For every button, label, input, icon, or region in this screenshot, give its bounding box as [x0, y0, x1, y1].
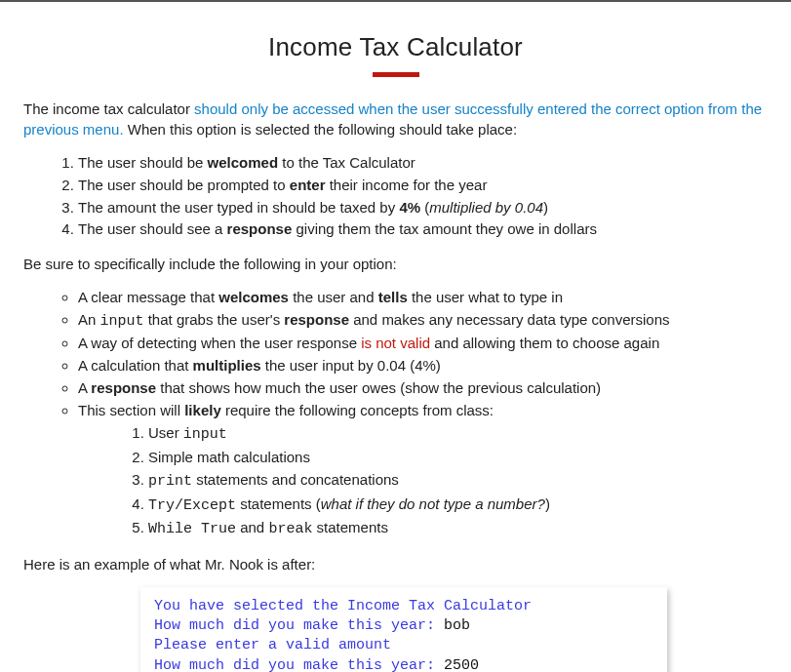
req-6: This section will likely require the fol… [78, 400, 768, 541]
req-3: A way of detecting when the user respons… [78, 333, 768, 354]
concept-5: While True and break statements [148, 517, 768, 540]
example-line-4a: How much did you make this year: [154, 657, 444, 672]
example-output: You have selected the Income Tax Calcula… [140, 587, 667, 672]
req-1: A clear message that welcomes the user a… [78, 287, 768, 308]
step-2: The user should be prompted to enter the… [78, 175, 768, 196]
example-user-input-1: bob [444, 617, 470, 634]
example-line-2a: How much did you make this year: [154, 617, 444, 634]
document-page: Income Tax Calculator The income tax cal… [0, 2, 791, 672]
example-line-3: Please enter a valid amount [154, 637, 391, 653]
step-4: The user should see a response giving th… [78, 218, 768, 240]
example-label: Here is an example of what Mr. Nook is a… [23, 554, 768, 575]
step-3: The amount the user typed in should be t… [78, 197, 768, 218]
requirements-list: A clear message that welcomes the user a… [23, 287, 768, 540]
intro-after: When this option is selected the followi… [124, 121, 518, 138]
title-underline [373, 72, 419, 77]
concept-3: print statements and concatenations [148, 469, 768, 493]
intro-before: The income tax calculator [23, 100, 194, 117]
concept-1: User input [148, 422, 768, 446]
step-1: The user should be welcomed to the Tax C… [78, 152, 768, 174]
example-line-1: You have selected the Income Tax Calcula… [154, 598, 532, 614]
req-4: A calculation that multiplies the user i… [78, 355, 768, 376]
steps-list: The user should be welcomed to the Tax C… [23, 152, 768, 240]
concepts-sublist: User input Simple math calculations prin… [78, 422, 768, 540]
example-user-input-2: 2500 [444, 657, 479, 672]
req-5: A response that shows how much the user … [78, 377, 768, 399]
page-title: Income Tax Calculator [23, 29, 768, 66]
concept-2: Simple math calculations [148, 447, 768, 468]
intro-paragraph: The income tax calculator should only be… [23, 99, 768, 141]
concept-4: Try/Except statements (what if they do n… [148, 494, 768, 517]
req-2: An input that grabs the user's response … [78, 309, 768, 333]
include-label: Be sure to specifically include the foll… [23, 254, 768, 275]
